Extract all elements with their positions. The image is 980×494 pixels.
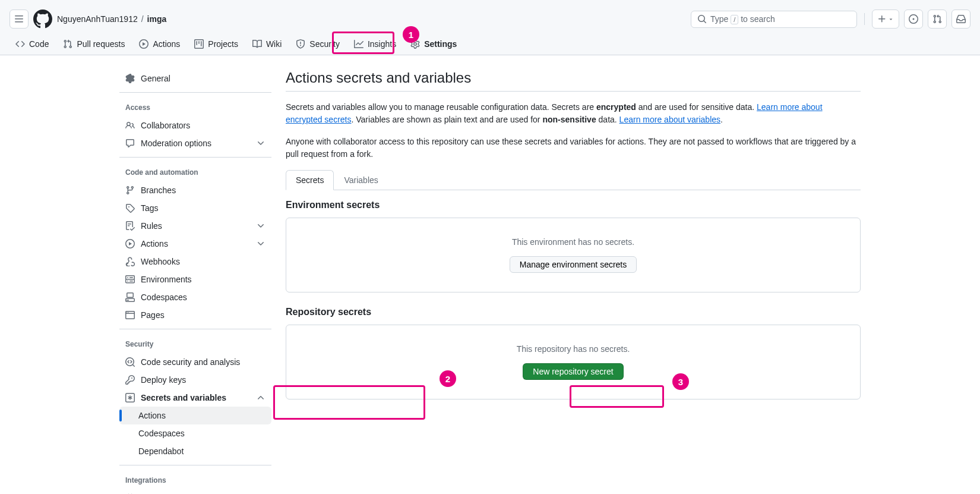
issues-button[interactable] (904, 10, 923, 29)
sidebar-moderation[interactable]: Moderation options (119, 134, 271, 152)
tab-projects[interactable]: Projects (188, 33, 244, 55)
inbox-button[interactable] (951, 10, 970, 29)
env-empty-text: This environment has no secrets. (305, 237, 841, 247)
caret-down-icon (888, 16, 894, 22)
github-icon (33, 10, 52, 29)
sidebar-sv-codespaces[interactable]: Codespaces (119, 424, 271, 442)
sidebar-heading-integrations: Integrations (119, 471, 271, 489)
branch-icon (125, 185, 135, 195)
chevron-up-icon (256, 393, 265, 402)
sidebar-code-security[interactable]: Code security and analysis (119, 353, 271, 371)
key-asterisk-icon (125, 393, 135, 402)
webhook-icon (125, 257, 135, 266)
tab-variables[interactable]: Variables (334, 170, 388, 190)
annotation-badge-2: 2 (440, 370, 456, 387)
sidebar-heading-access: Access (119, 99, 271, 117)
code-icon (15, 39, 25, 49)
sidebar-pages[interactable]: Pages (119, 306, 271, 324)
sidebar-actions[interactable]: Actions (119, 235, 271, 253)
book-icon (252, 39, 262, 49)
tab-actions[interactable]: Actions (133, 33, 186, 55)
sidebar-sv-dependabot[interactable]: Dependabot (119, 442, 271, 460)
breadcrumb-owner[interactable]: NguyenAnhTuan1912 (57, 14, 138, 24)
repository-secrets-heading: Repository secrets (286, 307, 861, 317)
shield-icon (296, 39, 305, 49)
tag-icon (125, 203, 135, 213)
hamburger-icon (14, 14, 24, 24)
search-icon (697, 14, 707, 24)
breadcrumb-repo[interactable]: imga (147, 14, 167, 24)
play-icon (125, 239, 135, 248)
add-menu-button[interactable] (872, 10, 899, 29)
annotation-badge-3: 3 (672, 373, 689, 390)
play-icon (139, 39, 148, 49)
tab-insights[interactable]: Insights (348, 33, 402, 55)
description-1: Secrets and variables allow you to manag… (286, 101, 861, 126)
new-repository-secret-button[interactable]: New repository secret (523, 363, 623, 380)
breadcrumb: NguyenAnhTuan1912 / imga (57, 14, 166, 24)
gear-icon (125, 74, 135, 83)
sidebar-webhooks[interactable]: Webhooks (119, 253, 271, 270)
sidebar-sv-actions[interactable]: Actions (119, 407, 271, 424)
tab-security[interactable]: Security (290, 33, 346, 55)
tab-wiki[interactable]: Wiki (246, 33, 287, 55)
environment-secrets-heading: Environment secrets (286, 200, 861, 210)
sidebar-general[interactable]: General (119, 70, 271, 87)
description-2: Anyone with collaborator access to this … (286, 136, 861, 161)
key-icon (125, 375, 135, 385)
server-icon (125, 275, 135, 284)
chevron-down-icon (256, 139, 265, 148)
tab-code[interactable]: Code (10, 33, 55, 55)
codespaces-icon (125, 292, 135, 302)
sidebar-secrets-variables[interactable]: Secrets and variables (119, 389, 271, 407)
sub-tab-strip: Secrets Variables (286, 170, 861, 190)
sidebar-environments[interactable]: Environments (119, 270, 271, 288)
pull-request-icon (63, 39, 72, 49)
sidebar-collaborators[interactable]: Collaborators (119, 117, 271, 134)
environment-secrets-panel: This environment has no secrets. Manage … (286, 218, 861, 292)
sidebar-rules[interactable]: Rules (119, 217, 271, 235)
sidebar-branches[interactable]: Branches (119, 181, 271, 199)
manage-environment-secrets-button[interactable]: Manage environment secrets (510, 256, 637, 273)
graph-icon (354, 39, 363, 49)
github-logo[interactable] (33, 10, 52, 29)
search-input[interactable]: Type / to search (691, 11, 857, 28)
chevron-down-icon (256, 221, 265, 231)
repository-secrets-panel: This repository has no secrets. New repo… (286, 325, 861, 399)
plus-icon (877, 14, 887, 24)
sidebar-tags[interactable]: Tags (119, 199, 271, 217)
comment-icon (125, 139, 135, 148)
repo-empty-text: This repository has no secrets. (305, 344, 841, 354)
chevron-down-icon (256, 239, 265, 248)
project-icon (194, 39, 204, 49)
sidebar-github-apps[interactable]: GitHub Apps (119, 489, 271, 494)
sidebar-heading-automation: Code and automation (119, 163, 271, 181)
sidebar-heading-security: Security (119, 335, 271, 353)
page-title: Actions secrets and variables (286, 70, 861, 92)
inbox-icon (956, 14, 966, 24)
people-icon (125, 121, 135, 130)
pull-request-icon (932, 14, 942, 24)
codescan-icon (125, 357, 135, 367)
tab-pulls[interactable]: Pull requests (57, 33, 131, 55)
hamburger-button[interactable] (10, 10, 29, 29)
settings-sidebar: General Access Collaborators Moderation … (119, 70, 271, 494)
browser-icon (125, 310, 135, 320)
pulls-button[interactable] (928, 10, 947, 29)
issue-icon (909, 14, 918, 24)
tab-secrets[interactable]: Secrets (286, 170, 334, 190)
sidebar-codespaces[interactable]: Codespaces (119, 288, 271, 306)
rules-icon (125, 221, 135, 231)
annotation-badge-1: 1 (403, 26, 419, 43)
link-variables[interactable]: Learn more about variables (619, 115, 720, 124)
sidebar-deploy-keys[interactable]: Deploy keys (119, 371, 271, 389)
